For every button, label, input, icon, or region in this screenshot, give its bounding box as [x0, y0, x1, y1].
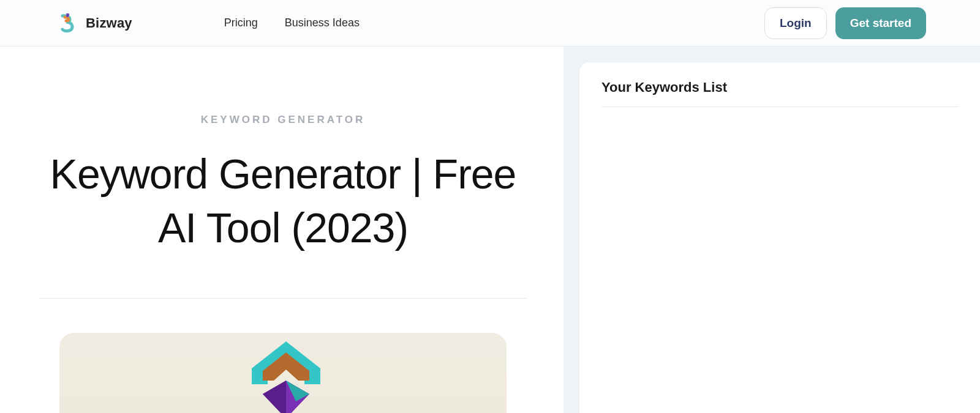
brand-name: Bizway	[86, 15, 132, 31]
nav-link-pricing[interactable]: Pricing	[224, 17, 258, 29]
keywords-panel: Your Keywords List	[579, 62, 980, 413]
page-title: Keyword Generator | Free AI Tool (2023)	[39, 147, 527, 255]
nav-links: Pricing Business Ideas	[224, 17, 360, 29]
side-area: Your Keywords List	[564, 47, 980, 413]
login-button[interactable]: Login	[764, 7, 827, 39]
page-body: KEYWORD GENERATOR Keyword Generator | Fr…	[0, 47, 980, 413]
brand-link[interactable]: Bizway	[59, 13, 132, 33]
brand-logo-icon	[59, 13, 76, 33]
hero-glyph-icon	[243, 338, 329, 413]
article-main: KEYWORD GENERATOR Keyword Generator | Fr…	[0, 47, 564, 413]
title-divider	[39, 298, 527, 299]
keywords-panel-title: Your Keywords List	[601, 80, 958, 107]
nav-actions: Login Get started	[764, 7, 926, 39]
article-eyebrow: KEYWORD GENERATOR	[39, 114, 527, 126]
hero-image	[59, 333, 507, 413]
top-nav: Bizway Pricing Business Ideas Login Get …	[0, 0, 980, 47]
nav-link-business-ideas[interactable]: Business Ideas	[285, 17, 360, 29]
get-started-button[interactable]: Get started	[835, 7, 926, 39]
